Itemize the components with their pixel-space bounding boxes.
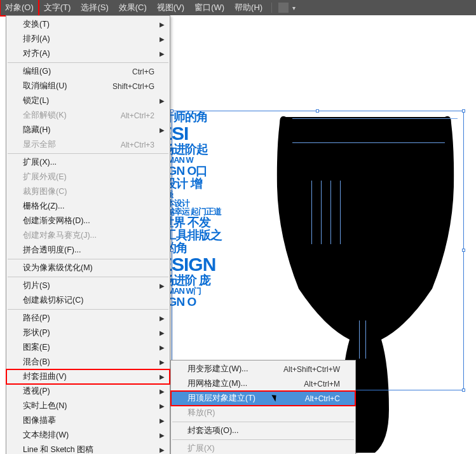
menu-item-label: 图像描摹 — [23, 415, 56, 426]
menu-item[interactable]: 文本绕排(W)▶ — [6, 428, 170, 443]
menu-item[interactable]: 图像描摹▶ — [6, 413, 170, 428]
submenu-arrow-icon: ▶ — [160, 50, 165, 57]
anchor-guide — [292, 118, 458, 119]
submenu-item[interactable]: 用顶层对象建立(T)Alt+Ctrl+C — [171, 391, 355, 406]
menu-item-label: 显示全部 — [23, 139, 56, 150]
menu-item-label: 裁剪图像(C) — [23, 186, 67, 197]
menu-item[interactable]: 设为像素级优化(M) — [6, 261, 170, 275]
menu-item[interactable]: 路径(P)▶ — [6, 311, 170, 326]
handle-ne[interactable] — [462, 109, 465, 113]
submenu-arrow-icon: ▶ — [160, 21, 165, 28]
menu-item[interactable]: 对齐(A)▶ — [6, 46, 170, 61]
menu-item-label: 取消编组(U) — [23, 81, 67, 92]
menu-item[interactable]: 图案(E)▶ — [6, 340, 170, 355]
submenu-item-shortcut: Alt+Shift+Ctrl+W — [283, 365, 340, 374]
submenu-arrow-icon: ▶ — [160, 97, 165, 104]
menu-view[interactable]: 视图(V) — [152, 0, 189, 16]
handle-n[interactable] — [316, 109, 319, 113]
submenu-arrow-icon: ▶ — [160, 127, 165, 134]
submenu-arrow-icon: ▶ — [160, 282, 165, 289]
menu-item-label: 变换(T) — [23, 19, 50, 30]
menubar-separator — [271, 3, 272, 13]
menu-item-label: 路径(P) — [23, 313, 50, 324]
submenu-arrow-icon: ▶ — [160, 402, 165, 409]
anchor-guide — [311, 181, 312, 244]
menu-item[interactable]: Line 和 Sketch 图稿▶ — [6, 443, 170, 454]
menu-item: 扩展外观(E) — [6, 170, 170, 184]
menu-item: 显示全部Alt+Ctrl+3 — [6, 137, 170, 152]
submenu-item-shortcut: Alt+Ctrl+M — [304, 380, 340, 389]
menu-select[interactable]: 选择(S) — [76, 0, 113, 16]
menu-separator — [8, 62, 168, 63]
menu-item-label: 创建裁切标记(C) — [23, 295, 83, 306]
menu-effect[interactable]: 效果(C) — [114, 0, 152, 16]
handle-w[interactable] — [170, 249, 173, 252]
submenu-item-label: 扩展(X) — [187, 443, 215, 454]
menu-item[interactable]: 扩展(X)... — [6, 155, 170, 170]
menu-item[interactable]: 拼合透明度(F)... — [6, 243, 170, 258]
menubar: 对象(O) 文字(T) 选择(S) 效果(C) 视图(V) 窗口(W) 帮助(H… — [0, 0, 476, 15]
menu-item-label: 创建渐变网格(D)... — [23, 216, 90, 226]
menu-item[interactable]: 变换(T)▶ — [6, 17, 170, 32]
menu-type[interactable]: 文字(T) — [39, 0, 76, 16]
menu-item-label: 设为像素级优化(M) — [23, 263, 93, 273]
anchor-guide — [292, 142, 445, 143]
menu-item[interactable]: 透视(P)▶ — [6, 384, 170, 399]
menu-separator — [8, 309, 168, 310]
submenu-item-shortcut: Alt+Ctrl+C — [305, 394, 340, 403]
submenu-arrow-icon: ▶ — [160, 417, 165, 424]
menu-item-label: 锁定(L) — [23, 95, 49, 106]
submenu-item: 扩展(X) — [171, 441, 355, 454]
handle-nw[interactable] — [170, 109, 173, 113]
submenu-item[interactable]: 封套选项(O)... — [171, 423, 355, 438]
anchor-guide — [321, 181, 322, 244]
menu-item[interactable]: 创建渐变网格(D)... — [6, 214, 170, 228]
anchor-guide — [340, 181, 341, 244]
menu-item[interactable]: 编组(G)Ctrl+G — [6, 64, 170, 79]
submenu-item-label: 释放(R) — [187, 408, 215, 418]
menu-item-shortcut: Alt+Ctrl+3 — [121, 141, 154, 149]
menu-item[interactable]: 栅格化(Z)... — [6, 199, 170, 214]
menu-item[interactable]: 形状(P)▶ — [6, 326, 170, 340]
submenu-item-label: 用变形建立(W)... — [187, 364, 248, 375]
menu-item-label: 隐藏(H) — [23, 125, 50, 135]
menu-item[interactable]: 排列(A)▶ — [6, 32, 170, 46]
menu-item-label: 编组(G) — [23, 66, 51, 77]
menu-item[interactable]: 取消编组(U)Shift+Ctrl+G — [6, 79, 170, 93]
submenu-arrow-icon: ▶ — [160, 344, 165, 351]
submenu-item-label: 用顶层对象建立(T) — [187, 393, 255, 404]
menu-item[interactable]: 锁定(L)▶ — [6, 93, 170, 108]
arrange-docs-icon[interactable] — [278, 3, 289, 13]
menu-item-label: 文本绕排(W) — [23, 430, 69, 441]
chevron-down-icon: ▾ — [292, 4, 296, 11]
submenu-item[interactable]: 用变形建立(W)...Alt+Shift+Ctrl+W — [171, 362, 355, 376]
anchor-guide — [330, 181, 331, 244]
object-menu-dropdown: 变换(T)▶排列(A)▶对齐(A)▶编组(G)Ctrl+G取消编组(U)Shif… — [6, 15, 170, 454]
menu-item-label: Line 和 Sketch 图稿 — [23, 444, 93, 454]
handle-se[interactable] — [462, 389, 465, 392]
handle-e[interactable] — [462, 249, 465, 252]
submenu-arrow-icon: ▶ — [160, 446, 165, 453]
menu-object[interactable]: 对象(O) — [0, 0, 39, 16]
menu-item[interactable]: 混合(B)▶ — [6, 355, 170, 369]
menu-item[interactable]: 隐藏(H)▶ — [6, 123, 170, 137]
submenu-item[interactable]: 用网格建立(M)...Alt+Ctrl+M — [171, 376, 355, 391]
menu-item[interactable]: 实时上色(N)▶ — [6, 399, 170, 413]
menu-item-shortcut: Ctrl+G — [132, 67, 154, 76]
menu-item[interactable]: 封套扭曲(V)▶ — [6, 369, 170, 384]
menu-item-label: 创建对象马赛克(J)... — [23, 230, 97, 241]
menu-window[interactable]: 窗口(W) — [189, 0, 229, 16]
menu-item-label: 切片(S) — [23, 280, 50, 291]
envelope-distort-submenu: 用变形建立(W)...Alt+Shift+Ctrl+W用网格建立(M)...Al… — [170, 360, 356, 454]
menu-item-label: 栅格化(Z)... — [23, 201, 64, 212]
menu-separator — [8, 259, 168, 259]
menu-item-label: 封套扭曲(V) — [23, 371, 67, 382]
submenu-arrow-icon: ▶ — [160, 373, 165, 380]
menu-item-shortcut: Alt+Ctrl+2 — [121, 111, 154, 120]
menu-item[interactable]: 切片(S)▶ — [6, 279, 170, 293]
submenu-item-label: 用网格建立(M)... — [187, 378, 247, 389]
menu-help[interactable]: 帮助(H) — [229, 0, 268, 16]
selection-bounding-box[interactable] — [172, 111, 464, 390]
menu-item-label: 实时上色(N) — [23, 401, 67, 411]
menu-item[interactable]: 创建裁切标记(C) — [6, 293, 170, 308]
